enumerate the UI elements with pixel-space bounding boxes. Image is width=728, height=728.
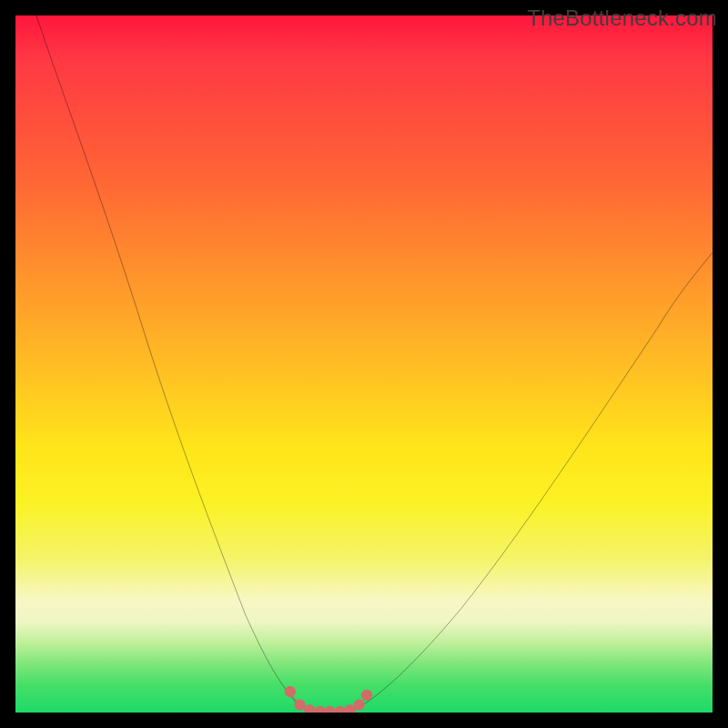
watermark-label: TheBottleneck.com bbox=[527, 5, 717, 31]
gradient-plot-background bbox=[15, 15, 713, 713]
chart-frame: TheBottleneck.com bbox=[0, 0, 728, 728]
